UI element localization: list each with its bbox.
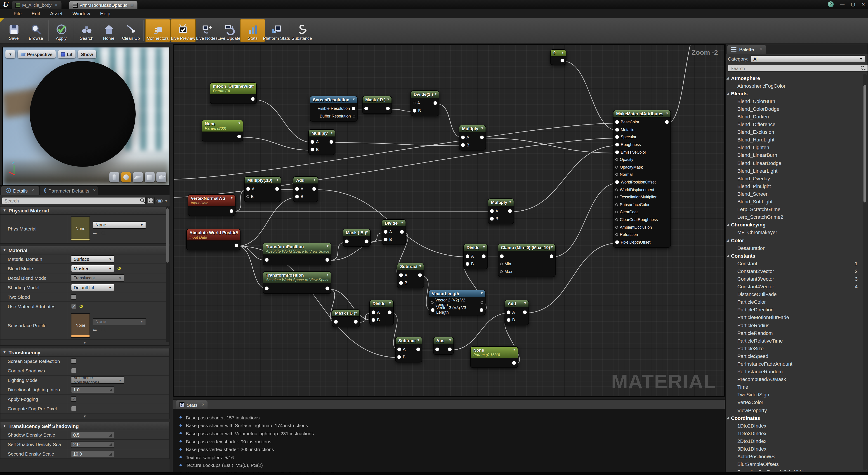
home-button[interactable]: Home bbox=[98, 19, 120, 42]
output-pin[interactable] bbox=[251, 97, 254, 101]
input-pin[interactable] bbox=[615, 241, 619, 244]
output-pin[interactable] bbox=[326, 286, 329, 290]
output-pin[interactable] bbox=[550, 254, 553, 258]
input-pin[interactable] bbox=[399, 281, 403, 285]
input-pin[interactable] bbox=[384, 230, 388, 233]
input-pin[interactable] bbox=[615, 188, 618, 191]
node-outline[interactable]: mtoon_OutlineWidthParam (0)▼ bbox=[210, 82, 257, 104]
live-update-button[interactable]: Live Update bbox=[218, 19, 240, 42]
palette-item[interactable]: Lerp_ScratchGrime2 bbox=[726, 213, 862, 221]
collapse-icon[interactable]: ▼ bbox=[388, 302, 392, 305]
section-expander[interactable]: ▼ bbox=[0, 340, 169, 345]
palette-item[interactable]: Blend_Overlay bbox=[726, 175, 862, 182]
palette-item[interactable]: Constant1 bbox=[726, 260, 862, 267]
details-search-input[interactable] bbox=[2, 197, 146, 204]
input-pin[interactable] bbox=[334, 320, 338, 323]
collapse-icon[interactable]: ▼ bbox=[418, 264, 422, 267]
output-pin[interactable] bbox=[352, 106, 355, 110]
palette-item[interactable]: Lerp_ScratchGrime bbox=[726, 205, 862, 213]
collapse-icon[interactable]: ▼ bbox=[352, 98, 355, 101]
palette-item[interactable]: Blend_Darken bbox=[726, 113, 862, 121]
tab-stats[interactable]: Σ Stats✕ bbox=[176, 401, 208, 409]
input-pin[interactable] bbox=[384, 238, 388, 241]
collapse-icon[interactable]: ▼ bbox=[483, 245, 486, 249]
close-icon[interactable]: ✕ bbox=[131, 3, 133, 7]
input-pin[interactable] bbox=[615, 203, 618, 206]
palette-item[interactable]: AtmosphericFogColor bbox=[726, 82, 862, 90]
use-selected-icon[interactable]: ⬅ bbox=[93, 327, 97, 333]
node-add_r[interactable]: Add▼AB bbox=[504, 299, 529, 325]
connectors-button[interactable]: Connectors bbox=[145, 19, 170, 42]
input-pin[interactable] bbox=[490, 217, 494, 220]
browse-to-asset-icon[interactable] bbox=[101, 328, 106, 332]
collapse-icon[interactable]: ▼ bbox=[354, 311, 358, 314]
node-div_bot[interactable]: Divide▼AB bbox=[369, 299, 394, 325]
palette-item[interactable]: 2Dto1DIndex bbox=[726, 437, 862, 445]
palette-item[interactable]: Blend_LinearBurn bbox=[726, 151, 862, 159]
use-material-attributes-checkbox[interactable]: ✓ bbox=[71, 304, 76, 309]
collapse-icon[interactable]: ▼ bbox=[561, 51, 564, 54]
close-icon[interactable]: ✕ bbox=[760, 47, 763, 51]
output-pin[interactable] bbox=[418, 273, 422, 277]
apply-fogging-checkbox[interactable]: ✓ bbox=[71, 397, 76, 402]
palette-item[interactable]: 3Dto1DIndex bbox=[726, 445, 862, 453]
palette-item[interactable]: Constant3Vector3 bbox=[726, 275, 862, 283]
palette-item[interactable]: Blend_Difference bbox=[726, 121, 862, 128]
node-maskR[interactable]: Mask ( R )▼ bbox=[362, 96, 392, 114]
collapse-icon[interactable]: ▼ bbox=[326, 273, 329, 276]
output-pin[interactable] bbox=[480, 135, 484, 139]
collapse-icon[interactable]: ▼ bbox=[401, 221, 404, 224]
collapse-icon[interactable]: ▼ bbox=[434, 92, 437, 95]
grid-view-button[interactable] bbox=[147, 197, 155, 204]
palette-group-coordinates[interactable]: ◢Coordinates bbox=[726, 414, 862, 422]
node-vectorlength[interactable]: VectorLength▼Vector 2 (V2) V2 LengthVect… bbox=[429, 290, 486, 315]
palette-item[interactable]: ParticleColor bbox=[726, 298, 862, 306]
collapse-icon[interactable]: ▼ bbox=[276, 178, 279, 181]
input-pin[interactable] bbox=[615, 135, 619, 139]
preview-shape-teapot-button[interactable] bbox=[156, 172, 166, 182]
palette-group-blends[interactable]: ◢Blends bbox=[726, 90, 862, 97]
node-mma[interactable]: MakeMaterialAttributes▼BaseColorMetallic… bbox=[613, 110, 671, 248]
input-pin[interactable] bbox=[615, 158, 618, 161]
input-pin[interactable] bbox=[615, 150, 619, 154]
node-abs[interactable]: Abs▼ bbox=[433, 337, 454, 355]
input-pin[interactable] bbox=[372, 318, 375, 322]
shadow-density-scale-field[interactable]: 0.5 bbox=[71, 432, 114, 438]
live-preview-button[interactable]: Live Preview bbox=[170, 19, 196, 42]
input-pin[interactable] bbox=[466, 262, 469, 265]
palette-item[interactable]: MF_Chromakeyer bbox=[726, 229, 862, 236]
output-pin[interactable] bbox=[354, 320, 358, 323]
palette-item[interactable]: 1Dto3DIndex bbox=[726, 430, 862, 437]
palette-item[interactable]: BoundingBoxBased_0-1_UVW bbox=[726, 468, 862, 471]
palette-item[interactable]: Blend_PinLight bbox=[726, 182, 862, 190]
lighting-mode-dropdown[interactable]: Volumetric NonDirectional▼ bbox=[71, 377, 124, 384]
output-pin[interactable] bbox=[523, 310, 527, 314]
collapse-icon[interactable]: ▼ bbox=[235, 230, 238, 234]
node-awp[interactable]: Absolute World PositionInput Data▼ bbox=[186, 229, 241, 250]
palette-item[interactable]: Blend_ColorBurn bbox=[726, 97, 862, 105]
self-shadow-density-sca-field[interactable]: 2.0 bbox=[71, 441, 114, 448]
output-pin[interactable] bbox=[512, 361, 516, 365]
collapse-icon[interactable]: ▼ bbox=[480, 127, 484, 130]
screen-space-reflection-checkbox[interactable] bbox=[71, 358, 76, 364]
input-pin[interactable] bbox=[507, 310, 510, 314]
lit-button[interactable]: Lit bbox=[58, 50, 75, 58]
directional-lighting-inten-field[interactable]: 1.0 bbox=[71, 386, 114, 393]
node-mult_r2[interactable]: Multiply▼AB bbox=[459, 125, 486, 151]
output-pin[interactable] bbox=[561, 59, 564, 62]
input-pin[interactable] bbox=[466, 254, 469, 258]
output-pin[interactable] bbox=[416, 347, 420, 351]
section-expander[interactable]: ▼ bbox=[0, 414, 169, 419]
palette-item[interactable]: ViewProperty bbox=[726, 406, 862, 414]
input-pin[interactable] bbox=[500, 270, 503, 273]
output-pin[interactable] bbox=[482, 254, 486, 258]
node-div_mid2[interactable]: Divide▼AB bbox=[463, 244, 488, 270]
input-pin[interactable] bbox=[507, 318, 510, 322]
input-pin[interactable] bbox=[295, 195, 299, 198]
menu-help[interactable]: Help bbox=[100, 11, 110, 16]
input-pin[interactable] bbox=[397, 355, 401, 359]
input-pin[interactable] bbox=[311, 140, 314, 144]
section-header[interactable]: ▼Material bbox=[0, 246, 169, 254]
collapse-icon[interactable]: ▼ bbox=[508, 200, 512, 203]
input-pin[interactable] bbox=[461, 135, 465, 139]
